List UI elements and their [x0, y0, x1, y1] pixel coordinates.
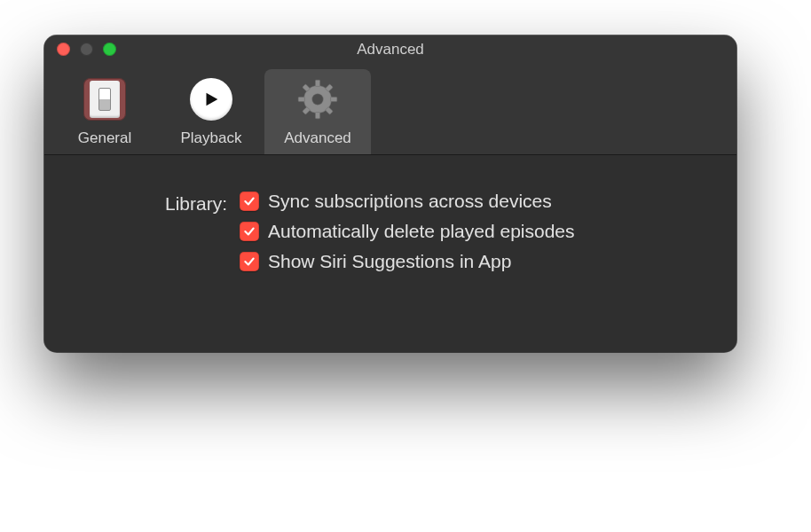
window-title: Advanced: [357, 41, 424, 59]
minimize-button[interactable]: [80, 43, 93, 56]
close-button[interactable]: [57, 43, 70, 56]
option-sync-label: Sync subscriptions across devices: [268, 191, 552, 212]
tab-general[interactable]: General: [51, 69, 158, 154]
svg-rect-3: [298, 97, 304, 101]
zoom-button[interactable]: [103, 43, 116, 56]
option-auto-delete[interactable]: Automatically delete played episodes: [240, 221, 575, 242]
library-section-label: Library:: [71, 191, 240, 217]
checkbox-auto-delete[interactable]: [240, 222, 259, 241]
gear-icon: [293, 74, 343, 124]
svg-rect-4: [331, 97, 337, 101]
tab-playback[interactable]: Playback: [158, 69, 264, 154]
svg-rect-1: [315, 80, 319, 86]
preferences-window: Advanced General Playback: [44, 35, 736, 352]
option-auto-delete-label: Automatically delete played episodes: [268, 221, 575, 242]
checkbox-sync[interactable]: [240, 192, 259, 211]
titlebar: Advanced: [44, 35, 736, 64]
option-sync-subscriptions[interactable]: Sync subscriptions across devices: [240, 191, 575, 212]
checkbox-siri[interactable]: [240, 252, 259, 271]
option-siri-label: Show Siri Suggestions in App: [268, 251, 511, 272]
traffic-lights: [57, 43, 116, 56]
option-siri-suggestions[interactable]: Show Siri Suggestions in App: [240, 251, 575, 272]
tab-advanced-label: Advanced: [284, 129, 351, 147]
svg-rect-2: [315, 113, 319, 119]
general-icon: [80, 74, 130, 124]
preferences-toolbar: General Playback: [44, 64, 736, 155]
content-area: Library: Sync subscriptions across devic…: [44, 155, 736, 352]
tab-advanced[interactable]: Advanced: [264, 69, 371, 154]
tab-playback-label: Playback: [181, 129, 242, 147]
tab-general-label: General: [78, 129, 131, 147]
svg-point-9: [312, 94, 323, 105]
playback-icon: [186, 74, 236, 124]
